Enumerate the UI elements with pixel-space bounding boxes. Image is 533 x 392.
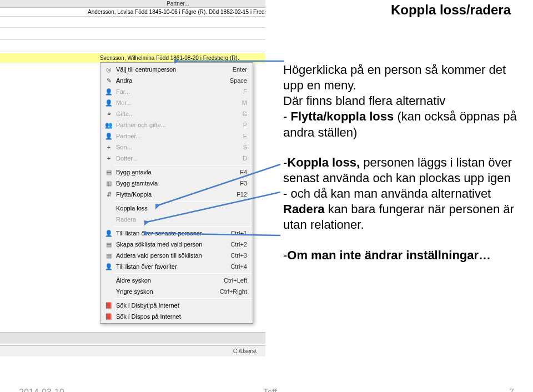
explain-block: Högerklicka på en person så kommer det u… — [283, 62, 522, 278]
menu-label: Koppla loss — [114, 205, 247, 212]
rings-icon: ⚭ — [104, 109, 114, 118]
text: - och då kan man använda alternativet — [283, 187, 491, 200]
menu-shortcut: S — [243, 144, 249, 150]
menu-separator — [114, 273, 252, 274]
menu-shortcut: F12 — [237, 191, 249, 198]
top-grey-bar: Partner... — [0, 0, 265, 8]
plus-male-icon: + — [104, 143, 114, 152]
menu-partner[interactable]: 👤 Partner... E — [102, 130, 252, 142]
bold-text: Radera — [283, 202, 328, 216]
status-bar: C:\Users\ — [0, 345, 265, 356]
menu-label: Addera vald person till söklistan — [114, 252, 230, 259]
tree-icon: ▥ — [104, 179, 114, 188]
blank-row — [0, 41, 265, 52]
menu-shortcut: M — [242, 99, 249, 106]
person-list-icon: 👤 — [104, 229, 114, 238]
menu-antavla[interactable]: ▤ Bygg antavla F4 — [102, 167, 252, 178]
menu-senaste[interactable]: 👤 Till listan över senaste personer Ctrl… — [102, 228, 252, 239]
menu-shortcut: Ctrl+4 — [230, 263, 249, 270]
list-add-icon: ▤ — [104, 251, 114, 260]
menu-partner-gifte[interactable]: 👥 Partner och gifte... P — [102, 119, 252, 130]
menu-far[interactable]: 👤 Far... F — [102, 86, 252, 97]
context-menu: ◎ Välj till centrumperson Enter ✎ Ändra … — [100, 62, 253, 324]
move-icon: ⇵ — [104, 190, 114, 199]
menu-favoriter[interactable]: 👤 Till listan över favoriter Ctrl+4 — [102, 261, 252, 272]
person-icon: 👤 — [104, 132, 114, 140]
menu-label: Far... — [114, 88, 243, 95]
menu-label: Radera — [114, 216, 247, 223]
menu-dispos[interactable]: 📕 Sök i Dispos på Internet — [102, 311, 252, 322]
menu-shortcut: F3 — [240, 180, 249, 187]
bold-text: Om man inte ändrar inställningar… — [287, 248, 491, 262]
menu-shortcut: F — [243, 88, 249, 95]
menu-dotter[interactable]: + Dotter... D — [102, 153, 252, 164]
menu-aldre-syskon[interactable]: Äldre syskon Ctrl+Left — [102, 275, 252, 286]
menu-shortcut: Ctrl+1 — [230, 230, 249, 237]
menu-disbyt[interactable]: 📕 Sök i Disbyt på Internet — [102, 300, 252, 311]
menu-yngre-syskon[interactable]: Yngre syskon Ctrl+Right — [102, 286, 252, 297]
menu-addera[interactable]: ▤ Addera vald person till söklistan Ctrl… — [102, 250, 252, 261]
menu-shortcut: P — [243, 122, 249, 128]
menu-shortcut: G — [242, 110, 249, 117]
footer-source: Tsff — [263, 388, 277, 392]
menu-valj-centrum[interactable]: ◎ Välj till centrumperson Enter — [102, 64, 252, 75]
menu-label: Sök i Dispos på Internet — [114, 313, 247, 320]
menu-label: Till listan över favoriter — [114, 263, 230, 270]
book-icon: 📕 — [104, 312, 114, 321]
status-area — [0, 332, 265, 344]
menu-soklista[interactable]: ▤ Skapa söklista med vald person Ctrl+2 — [102, 239, 252, 250]
menu-label: Bygg stamtavla — [114, 180, 240, 187]
menu-shortcut: Enter — [233, 66, 249, 73]
menu-separator — [114, 298, 252, 299]
menu-separator — [114, 226, 252, 227]
menu-stamtavla[interactable]: ▥ Bygg stamtavla F3 — [102, 178, 252, 189]
menu-label: Gifte... — [114, 110, 242, 117]
menu-separator — [114, 201, 252, 202]
blank-row — [0, 17, 265, 28]
person-icon: 👤 — [104, 98, 114, 107]
explain-p4: -Om man inte ändrar inställningar… — [283, 248, 522, 263]
menu-shortcut: Ctrl+2 — [230, 241, 249, 248]
menu-label: Bygg antavla — [114, 169, 240, 175]
menu-shortcut: Ctrl+Right — [220, 288, 249, 295]
menu-label: Dotter... — [114, 155, 243, 162]
menu-koppla-loss[interactable]: Koppla loss — [102, 203, 252, 214]
menu-shortcut: D — [243, 155, 249, 162]
menu-label: Välj till centrumperson — [114, 66, 233, 73]
text: Där finns bland flera alternativ — [283, 94, 445, 108]
bold-text: Flytta/koppla loss — [290, 109, 397, 123]
footer-page: 7 — [509, 388, 514, 392]
menu-label: Sök i Disbyt på Internet — [114, 302, 247, 309]
menu-shortcut: E — [243, 133, 249, 139]
menu-flytta-koppla[interactable]: ⇵ Flytta/Koppla F12 — [102, 189, 252, 200]
list-icon: ▤ — [104, 240, 114, 249]
blank-icon — [104, 287, 114, 296]
plus-female-icon: + — [104, 154, 114, 163]
menu-shortcut: Ctrl+3 — [230, 252, 249, 259]
menu-label: Son... — [114, 144, 243, 150]
tree-icon: ▤ — [104, 168, 114, 177]
menu-separator — [114, 165, 252, 165]
blank-icon — [104, 215, 114, 224]
menu-label: Partner... — [114, 133, 243, 139]
menu-mor[interactable]: 👤 Mor... M — [102, 97, 252, 108]
person-icon: 👤 — [104, 87, 114, 96]
book-icon: 📕 — [104, 301, 114, 310]
menu-label: Äldre syskon — [114, 277, 224, 284]
menu-label: Ändra — [114, 77, 230, 84]
menu-label: Yngre syskon — [114, 288, 220, 295]
blank-icon — [104, 276, 114, 285]
menu-radera[interactable]: Radera — [102, 214, 252, 225]
menu-label: Partner och gifte... — [114, 122, 243, 128]
menu-son[interactable]: + Son... S — [102, 142, 252, 153]
menu-gifte[interactable]: ⚭ Gifte... G — [102, 108, 252, 119]
page-title: Koppla loss/radera — [391, 2, 511, 18]
person-row: Andersson, Lovisa Född 1845-10-06 i Fägr… — [0, 8, 265, 17]
menu-andra[interactable]: ✎ Ändra Space — [102, 75, 252, 86]
couple-icon: 👥 — [104, 120, 114, 129]
menu-shortcut: Space — [230, 77, 249, 84]
person-star-icon: 👤 — [104, 262, 114, 271]
text: - — [283, 109, 290, 123]
menu-label: Skapa söklista med vald person — [114, 241, 230, 248]
menu-shortcut: Ctrl+Left — [224, 277, 249, 284]
